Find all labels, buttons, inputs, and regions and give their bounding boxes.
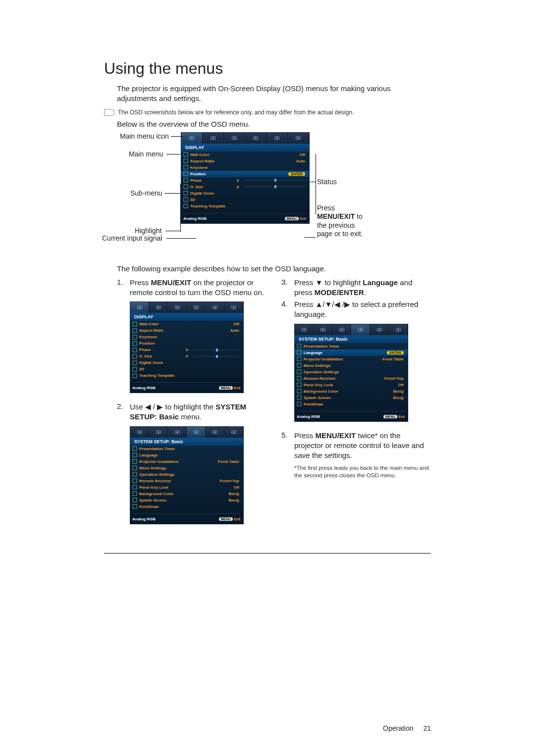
osd-tab[interactable]	[389, 324, 408, 335]
row-icon	[297, 382, 302, 387]
osd-row[interactable]: Teaching Template	[181, 203, 309, 209]
osd-row[interactable]: Keystone	[181, 164, 309, 171]
osd-row[interactable]: Position	[130, 340, 243, 347]
exit-label: Exit	[398, 415, 405, 418]
osd-row[interactable]: H. Size0	[130, 353, 243, 359]
osd-row[interactable]: Presentation Timer	[295, 343, 408, 350]
osd-row[interactable]: Wall ColorOff	[181, 151, 309, 158]
svg-rect-18	[184, 191, 188, 195]
row-name: Aspect Ratio	[190, 159, 235, 163]
osd-tab[interactable]	[181, 133, 203, 144]
osd-row[interactable]: Aspect RatioAuto	[130, 327, 243, 334]
osd-row[interactable]: Menu Settings	[295, 362, 408, 369]
osd-tab[interactable]	[224, 133, 245, 144]
row-icon	[183, 178, 188, 183]
osd-row[interactable]: H. Size0	[181, 184, 309, 190]
osd-row[interactable]: Aspect RatioAuto	[181, 158, 309, 164]
row-icon	[297, 389, 302, 394]
osd-tab[interactable]	[224, 427, 243, 438]
osd-row[interactable]: Projector InstallationFront Table	[130, 458, 243, 465]
svg-rect-42	[133, 374, 137, 378]
menu-button[interactable]: MENU	[219, 517, 233, 521]
menu-button[interactable]: MENU	[219, 386, 233, 390]
osd-tab[interactable]	[149, 427, 168, 438]
row-name: Menu Settings	[139, 466, 184, 470]
osd-row[interactable]: Presentation Timer	[130, 446, 243, 452]
row-name: Position	[139, 341, 184, 346]
menu-button[interactable]: MENU	[285, 217, 299, 220]
osd-row[interactable]: Phase0	[130, 347, 243, 353]
slider[interactable]	[193, 356, 239, 357]
osd-row[interactable]: Panel Key LockOff	[295, 382, 408, 388]
label-sub-menu: Sub-menu	[130, 189, 162, 197]
osd-row[interactable]: Digital Zoom	[181, 190, 309, 197]
slider[interactable]	[244, 180, 305, 181]
osd-row[interactable]: 3D	[130, 366, 243, 372]
osd-tab[interactable]	[130, 427, 149, 438]
osd-row[interactable]: Projector InstallationFront Table	[295, 356, 408, 362]
svg-point-49	[176, 431, 178, 433]
osd-tab[interactable]	[168, 302, 187, 313]
osd-tab[interactable]	[295, 324, 314, 335]
svg-point-51	[195, 431, 197, 433]
row-value: Auto	[230, 328, 239, 333]
osd-row[interactable]: Language	[130, 452, 243, 458]
row-name: Projector Installation	[304, 357, 348, 361]
osd-tab[interactable]	[314, 324, 332, 335]
osd-row[interactable]: Splash ScreenBenQ	[130, 497, 243, 504]
osd-row[interactable]: 3D	[181, 197, 309, 203]
osd-tab[interactable]	[267, 133, 288, 144]
osd-row[interactable]: Wall ColorOff	[130, 321, 243, 327]
osd-row[interactable]: PositionENTER	[181, 171, 309, 177]
osd-row[interactable]: Splash ScreenBenQ	[295, 395, 408, 401]
svg-rect-62	[133, 485, 137, 489]
osd-display-menu: DISPLAYWall ColorOffAspect RatioAutoKeys…	[130, 302, 244, 393]
svg-rect-84	[297, 376, 301, 380]
osd-tab[interactable]	[203, 133, 224, 144]
osd-tab[interactable]	[187, 427, 206, 438]
osd-tab[interactable]	[187, 302, 206, 313]
osd-tab[interactable]	[245, 133, 267, 144]
step-num: 4.	[281, 300, 294, 320]
osd-row[interactable]: PointDraw	[130, 504, 243, 510]
osd-row[interactable]: Background ColorBenQ	[130, 491, 243, 497]
osd-row[interactable]: Background ColorBenQ	[295, 388, 408, 395]
step-num: 1.	[117, 278, 130, 298]
slider[interactable]	[244, 186, 305, 187]
osd-row[interactable]: LanguageENTER	[295, 350, 408, 356]
osd-tab[interactable]	[130, 302, 149, 313]
svg-rect-36	[133, 335, 137, 339]
osd-row[interactable]: Phase0	[181, 177, 309, 184]
osd-tab[interactable]	[288, 133, 309, 144]
osd-row[interactable]: Remote ReceiverFront+Top	[130, 478, 243, 484]
osd-rows: Wall ColorOffAspect RatioAutoKeystonePos…	[181, 151, 309, 211]
osd-title: DISPLAY	[130, 313, 243, 321]
row-name: Wall Color	[139, 322, 184, 326]
osd-tab[interactable]	[206, 427, 224, 438]
osd-tab[interactable]	[224, 302, 243, 313]
osd-row[interactable]: PointDraw	[295, 401, 408, 407]
osd-tab[interactable]	[149, 302, 168, 313]
enter-badge: ENTER	[387, 351, 404, 354]
row-icon	[132, 491, 137, 496]
osd-row[interactable]: Operation Settings	[295, 369, 408, 375]
row-icon	[183, 152, 188, 157]
osd-row[interactable]: Teaching Template	[130, 372, 243, 379]
menu-button[interactable]: MENU	[383, 415, 398, 418]
svg-point-27	[176, 307, 178, 308]
osd-row[interactable]: Remote ReceiverFront+Top	[295, 375, 408, 382]
osd-row[interactable]: Digital Zoom	[130, 359, 243, 366]
osd-row[interactable]: Panel Key LockOff	[130, 484, 243, 491]
osd-tab[interactable]	[168, 427, 187, 438]
osd-row[interactable]: Keystone	[130, 334, 243, 340]
slider[interactable]	[193, 350, 239, 351]
osd-row[interactable]: Menu Settings	[130, 465, 243, 471]
osd-tab[interactable]	[332, 324, 351, 335]
svg-rect-12	[184, 152, 188, 156]
osd-row[interactable]: Operation Settings	[130, 471, 243, 478]
osd-tab[interactable]	[351, 324, 370, 335]
row-name: Presentation Timer	[304, 344, 348, 349]
osd-tab[interactable]	[370, 324, 389, 335]
osd-tab[interactable]	[206, 302, 224, 313]
page: Using the menus The projector is equippe…	[0, 0, 535, 756]
